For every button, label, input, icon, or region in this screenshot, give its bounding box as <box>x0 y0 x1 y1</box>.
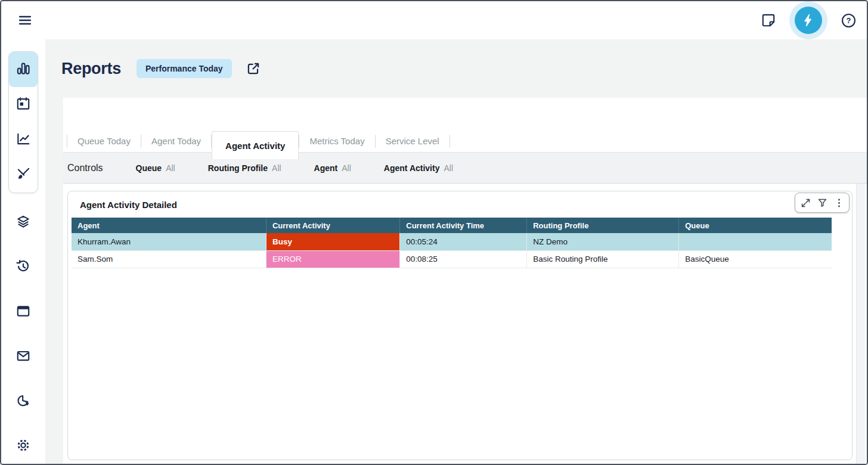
sidebar-item-browser-window[interactable] <box>9 298 38 327</box>
cell-activity-time: 00:05:24 <box>400 233 527 250</box>
agent-activity-card: Agent Activity Detailed <box>67 191 852 460</box>
kebab-menu-icon[interactable] <box>832 196 846 210</box>
table-row[interactable]: Khurram.Awan Busy 00:05:24 NZ Demo <box>72 233 832 250</box>
topbar-actions: ? <box>760 1 857 39</box>
controls-bar: Controls QueueAll Routing ProfileAll Age… <box>63 152 867 184</box>
sidebar-item-paintbrush[interactable] <box>9 157 38 193</box>
browser-window-icon <box>16 303 31 321</box>
mail-icon <box>16 348 31 366</box>
tab-agent-activity[interactable]: Agent Activity <box>212 131 299 159</box>
card-actions <box>795 193 850 213</box>
notes-icon[interactable] <box>760 11 777 29</box>
cell-routing-profile: NZ Demo <box>527 233 679 250</box>
cell-routing-profile: Basic Routing Profile <box>527 250 679 268</box>
column-header-current-activity-time[interactable]: Current Activity Time <box>400 218 527 233</box>
paintbrush-icon <box>16 166 31 184</box>
report-content: Agent Activity Detailed <box>63 184 867 464</box>
bar-chart-icon <box>16 61 31 79</box>
sidebar-item-line-chart[interactable] <box>9 122 38 157</box>
page-title: Reports <box>61 60 121 78</box>
report-tabs: Queue Today Agent Today Agent Activity M… <box>63 98 867 152</box>
agent-activity-table: Agent Current Activity Current Activity … <box>72 218 832 268</box>
filter-queue[interactable]: QueueAll <box>136 163 175 173</box>
cell-current-activity: Busy <box>266 233 399 250</box>
lightning-button-halo <box>789 1 827 39</box>
filter-funnel-icon[interactable] <box>815 196 829 210</box>
cell-activity-time: 00:08:25 <box>400 250 527 268</box>
cell-current-activity: ERROR <box>266 250 399 268</box>
lightning-icon[interactable] <box>795 7 822 34</box>
hamburger-menu-icon[interactable] <box>16 11 35 30</box>
svg-text:?: ? <box>846 16 851 25</box>
filter-value: All <box>342 163 351 173</box>
vertical-scrollbar[interactable] <box>856 184 865 464</box>
pie-chart-icon <box>16 393 31 411</box>
sidebar-item-history[interactable] <box>9 253 38 282</box>
expand-icon[interactable] <box>798 196 813 210</box>
sidebar-item-pie-chart[interactable] <box>9 388 38 416</box>
filter-value: All <box>272 163 281 173</box>
column-header-agent[interactable]: Agent <box>72 218 266 233</box>
sidebar-item-bar-chart[interactable] <box>9 52 38 87</box>
cell-queue <box>679 233 832 250</box>
filter-name: Routing Profile <box>208 163 268 173</box>
page-header: Reports Performance Today <box>45 39 867 98</box>
sidebar-item-settings[interactable] <box>9 432 38 461</box>
tab-agent-today[interactable]: Agent Today <box>141 131 211 152</box>
filter-name: Agent Activity <box>384 163 440 173</box>
sidebar-secondary-group <box>9 209 38 461</box>
main-area: Reports Performance Today Queue Today <box>45 39 867 464</box>
tab-separator <box>450 135 450 148</box>
filter-value: All <box>444 163 453 173</box>
cell-agent: Sam.Som <box>72 250 266 268</box>
filter-name: Agent <box>314 163 338 173</box>
app-window: ? <box>0 0 868 465</box>
history-icon <box>16 259 31 277</box>
filter-agent-activity[interactable]: Agent ActivityAll <box>384 163 453 173</box>
calendar-icon <box>16 96 31 114</box>
filter-value: All <box>166 163 175 173</box>
tab-queue-today[interactable]: Queue Today <box>67 131 141 152</box>
column-header-routing-profile[interactable]: Routing Profile <box>527 218 679 233</box>
tab-service-level[interactable]: Service Level <box>376 131 450 152</box>
left-sidebar <box>1 39 45 464</box>
filter-agent[interactable]: AgentAll <box>314 163 351 173</box>
settings-gear-icon <box>16 438 31 455</box>
sidebar-item-mail[interactable] <box>9 343 38 371</box>
card-title: Agent Activity Detailed <box>80 200 844 210</box>
sidebar-analytics-group <box>8 51 38 193</box>
sidebar-item-layers[interactable] <box>9 209 38 237</box>
table-header-row: Agent Current Activity Current Activity … <box>72 218 832 233</box>
sidebar-item-calendar[interactable] <box>9 87 38 122</box>
table-row[interactable]: Sam.Som ERROR 00:08:25 Basic Routing Pro… <box>72 250 832 268</box>
top-bar: ? <box>1 1 867 39</box>
layers-icon <box>16 214 31 232</box>
cell-agent: Khurram.Awan <box>72 233 266 250</box>
filter-routing-profile[interactable]: Routing ProfileAll <box>208 163 281 173</box>
performance-today-badge[interactable]: Performance Today <box>137 59 232 78</box>
external-link-icon[interactable] <box>245 60 262 77</box>
help-icon[interactable]: ? <box>839 11 857 29</box>
filter-name: Queue <box>136 163 162 173</box>
tab-metrics-today[interactable]: Metrics Today <box>299 131 374 152</box>
column-header-current-activity[interactable]: Current Activity <box>266 218 399 233</box>
controls-label: Controls <box>67 163 103 173</box>
report-panel: Queue Today Agent Today Agent Activity M… <box>63 98 867 464</box>
cell-queue: BasicQueue <box>679 250 832 268</box>
column-header-queue[interactable]: Queue <box>679 218 832 233</box>
line-chart-icon <box>16 131 31 149</box>
